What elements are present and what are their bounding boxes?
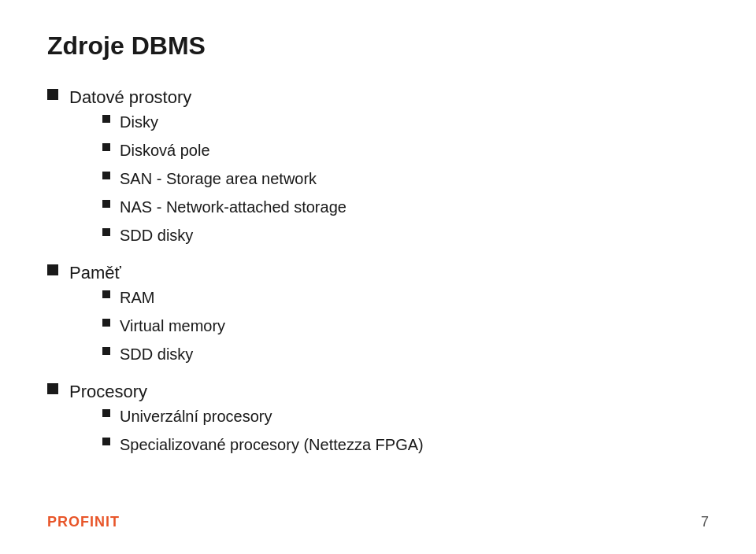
list-item: Disková pole [102,138,346,162]
item-text: Univerzální procesory [120,404,272,428]
bullet-icon [102,143,110,151]
section-items: RAM Virtual memory SDD disky [102,286,225,366]
bullet-icon [47,264,58,275]
bullet-icon [102,172,110,179]
item-text: Virtual memory [120,314,225,338]
footer-logo: PROFINIT [47,514,120,530]
item-text: SDD disky [120,223,193,247]
item-text: SDD disky [120,342,193,366]
section-label: Procesory [69,379,424,404]
bullet-icon [102,115,110,123]
bullet-icon [102,200,110,208]
item-text: Specializované procesory (Nettezza FPGA) [120,433,424,456]
section-items: Disky Disková pole SAN - Storage area ne… [102,110,346,247]
bullet-icon [47,89,58,100]
bullet-icon [102,290,110,298]
list-item: Virtual memory [102,314,225,338]
bullet-icon [102,409,110,417]
item-text: Disková pole [120,138,210,162]
list-item: Disky [102,110,346,134]
item-text: RAM [120,286,154,309]
section-procesory: Procesory Univerzální procesory Speciali… [47,379,709,461]
item-text: SAN - Storage area network [120,167,317,190]
bullet-icon [102,347,110,355]
section-label: Datové prostory [69,84,346,110]
list-item: SDD disky [102,223,346,247]
section-items: Univerzální procesory Specializované pro… [102,404,424,456]
slide: Zdroje DBMS Datové prostory Disky Diskov… [0,0,756,554]
list-item: Specializované procesory (Nettezza FPGA) [102,433,424,456]
item-text: NAS - Network-attached storage [120,195,346,219]
list-item: SDD disky [102,342,225,366]
list-item: Univerzální procesory [102,404,424,428]
list-item: SAN - Storage area network [102,167,346,190]
list-item: NAS - Network-attached storage [102,195,346,219]
bullet-icon [47,383,58,394]
footer: PROFINIT 7 [47,514,709,530]
section-pamet: Paměť RAM Virtual memory SDD disky [47,260,709,371]
footer-page-number: 7 [701,514,709,530]
item-text: Disky [120,110,158,134]
section-datove-prostory: Datové prostory Disky Disková pole SAN -… [47,84,709,252]
page-title: Zdroje DBMS [47,31,709,61]
content-area: Datové prostory Disky Disková pole SAN -… [47,84,709,461]
bullet-icon [102,228,110,236]
bullet-icon [102,319,110,327]
section-label: Paměť [69,260,225,286]
list-item: RAM [102,286,225,309]
bullet-icon [102,438,110,445]
